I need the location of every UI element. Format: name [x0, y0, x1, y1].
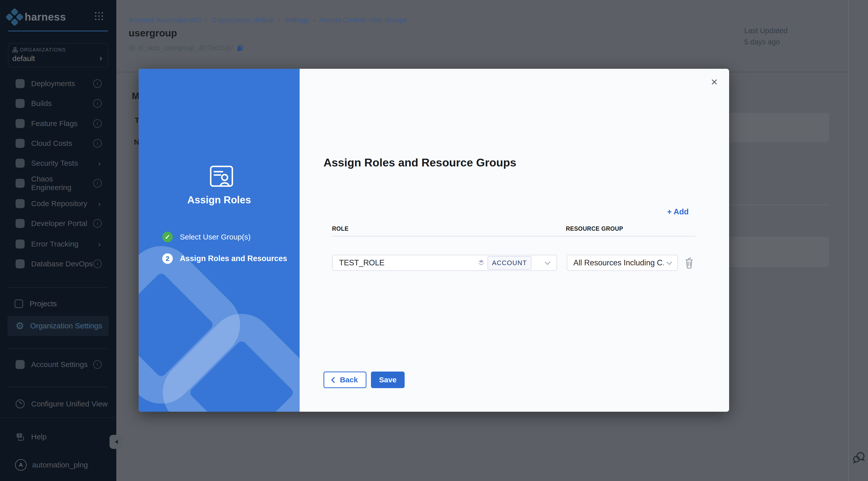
sidebar-item-label: Cloud Costs — [31, 139, 93, 148]
chevron-right-icon: › — [99, 53, 102, 63]
sidebar-item-label: Feature Flags — [31, 119, 93, 128]
sidebar-item-deployments[interactable]: Deploymentsi — [0, 73, 116, 94]
add-button[interactable]: + Add — [651, 207, 689, 216]
dimmed-text-fragment: T — [126, 116, 140, 125]
info-icon[interactable]: i — [93, 99, 102, 108]
check-icon: ✓ — [162, 232, 173, 242]
hierarchy-icon — [12, 47, 18, 53]
help-chat-icon: ? — [16, 432, 25, 441]
breadcrumb-separator: › — [313, 16, 315, 24]
chevron-down-icon — [545, 259, 551, 265]
last-updated-label: Last Updated — [744, 25, 837, 36]
sidebar-item-chaos-engineering[interactable]: Chaos Engineeringi — [0, 173, 116, 193]
wizard-title: Assign Roles — [138, 194, 300, 205]
sidebar-item-developer-portal[interactable]: Developer Portali — [0, 214, 116, 233]
sidebar-item-label: Deployments — [31, 79, 93, 88]
sidebar-item-projects[interactable]: Projects — [0, 294, 116, 314]
info-icon[interactable]: i — [93, 219, 102, 228]
info-icon[interactable]: i — [93, 360, 102, 369]
sidebar-item-security-tests[interactable]: Security Tests› — [0, 153, 116, 173]
chevron-right-icon: › — [98, 199, 101, 209]
sidebar-item-cloud-costs[interactable]: Cloud Costsi — [0, 133, 116, 153]
breadcrumb[interactable]: Account: AutomationNG›Organization: defa… — [129, 16, 407, 24]
assign-roles-modal: Assign Roles ✓ Select User Group(s) 2 As… — [138, 69, 729, 412]
resource-group-select[interactable]: All Resources Including C... — [567, 255, 678, 271]
cloud-costs-icon — [16, 139, 25, 148]
back-button[interactable]: Back — [323, 372, 366, 388]
username-label: automation_plng — [32, 461, 116, 469]
breadcrumb-link[interactable]: Access Control: User Groups — [319, 16, 407, 24]
info-icon[interactable]: i — [93, 179, 102, 188]
logo-text: harness — [25, 11, 66, 23]
sidebar-item-label: Security Tests — [31, 159, 98, 167]
info-icon[interactable]: i — [93, 79, 102, 88]
role-select[interactable]: TEST_ROLE ACCOUNT — [332, 255, 557, 271]
chevron-left-icon — [331, 377, 337, 383]
sidebar-item-organization-settings[interactable]: ⚙ Organization Settings — [7, 316, 109, 336]
sidebar-item-label: Database DevOps — [31, 260, 93, 268]
sidebar-item-builds[interactable]: Buildsi — [0, 93, 116, 114]
sidebar-item-feature-flags[interactable]: Feature Flagsi — [0, 114, 116, 134]
sidebar-item-label: Chaos Engineering — [31, 175, 93, 192]
sidebar-item-database-devops[interactable]: Database DevOpsi — [0, 254, 116, 274]
sidebar-item-label: Code Repository — [31, 199, 98, 208]
last-updated: Last Updated 5 days ago — [744, 25, 837, 48]
wizard-step-2[interactable]: 2 Assign Roles and Resources — [162, 253, 287, 264]
sidebar-item-account-settings[interactable]: Account Settings i — [0, 354, 116, 375]
info-icon[interactable]: i — [93, 139, 102, 148]
sidebar-divider — [8, 287, 108, 288]
app-grid-icon[interactable] — [95, 12, 103, 21]
harness-logo-icon — [5, 8, 24, 26]
support-chat-icon[interactable] — [852, 451, 866, 465]
account-settings-icon — [16, 360, 25, 369]
wizard-step-1[interactable]: ✓ Select User Group(s) — [162, 232, 251, 242]
sidebar-item-configure-unified-view[interactable]: Configure Unified View — [0, 394, 116, 414]
breadcrumb-link[interactable]: Settings — [284, 16, 309, 24]
error-tracking-icon — [16, 239, 25, 249]
step-number-badge: 2 — [162, 253, 173, 264]
save-button[interactable]: Save — [371, 372, 405, 388]
database-devops-icon — [16, 259, 25, 268]
panel-divider — [848, 0, 849, 481]
breadcrumb-separator: › — [205, 16, 207, 24]
org-selector[interactable]: ORGANIZATIONS default › — [8, 43, 108, 67]
column-header-role: ROLE — [332, 225, 349, 232]
org-selector-label: ORGANIZATIONS — [20, 47, 66, 53]
chevron-down-icon — [666, 259, 672, 265]
harness-logo[interactable]: harness — [8, 9, 108, 25]
breadcrumb-link[interactable]: Account: AutomationNG — [129, 16, 201, 24]
sidebar-item-label: Projects — [30, 299, 116, 308]
chaos-engineering-icon — [16, 179, 25, 188]
page-id: Id: pl_auto_usergroup_4D7bcCIJj7 — [129, 44, 244, 52]
wizard-panel: Assign Roles ✓ Select User Group(s) 2 As… — [138, 69, 300, 412]
org-selector-value: default — [12, 54, 104, 63]
sidebar-divider — [8, 348, 108, 349]
delete-row-icon[interactable] — [684, 257, 695, 268]
sidebar-item-help[interactable]: ? Help — [0, 427, 116, 447]
security-tests-icon — [16, 159, 25, 168]
svg-text:?: ? — [18, 434, 20, 438]
sidebar-item-label: Configure Unified View — [31, 400, 116, 408]
sidebar-item-label: Builds — [31, 99, 93, 108]
info-icon[interactable]: i — [93, 260, 102, 268]
avatar: A — [15, 459, 27, 471]
close-icon[interactable]: × — [707, 74, 722, 89]
developer-portal-icon — [16, 219, 25, 228]
info-icon[interactable]: i — [93, 119, 102, 128]
breadcrumb-link[interactable]: Organization: default — [211, 16, 274, 24]
role-value: TEST_ROLE — [339, 258, 384, 267]
dimmed-text-fragment: M — [126, 91, 140, 101]
resource-group-value: All Resources Including C... — [574, 258, 664, 267]
sidebar-item-error-tracking[interactable]: Error Tracking› — [0, 234, 116, 254]
modal-title: Assign Roles and Resource Groups — [323, 156, 516, 169]
sidebar-user[interactable]: A automation_plng — [0, 455, 116, 475]
sidebar-item-label: Account Settings — [31, 360, 93, 369]
sidebar: harness ORGANIZATIONS default › Deployme… — [0, 0, 116, 481]
scope-tag: ACCOUNT — [488, 256, 531, 269]
assign-roles-icon — [210, 165, 234, 187]
sidebar-collapse-handle[interactable] — [110, 435, 123, 449]
copy-icon[interactable] — [236, 44, 244, 52]
sidebar-item-code-repository[interactable]: Code Repository› — [0, 194, 116, 214]
chevron-right-icon: › — [98, 159, 101, 168]
chevron-right-icon: › — [98, 239, 101, 249]
